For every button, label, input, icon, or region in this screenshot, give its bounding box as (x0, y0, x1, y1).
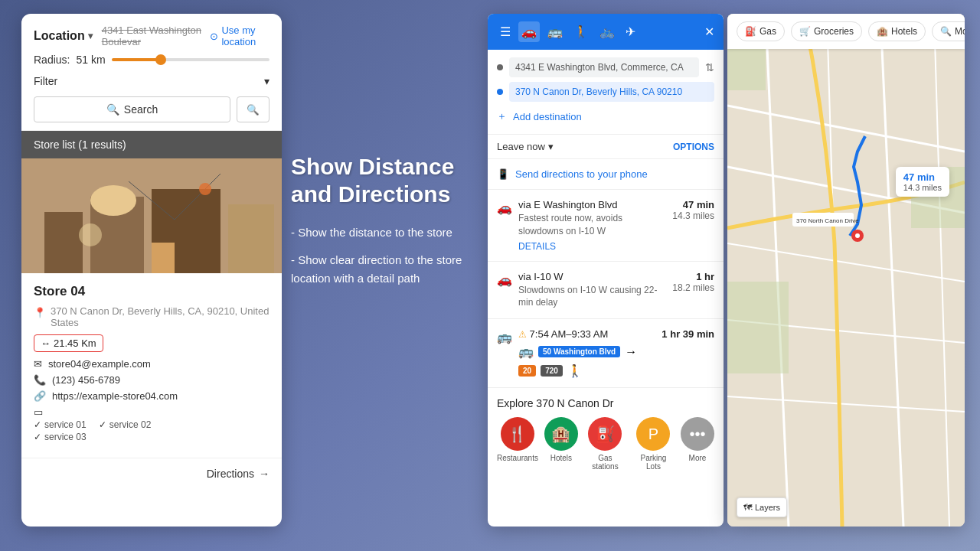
phone-value: (123) 456-6789 (52, 374, 120, 386)
map-info-box: 47 min 14.3 miles (896, 167, 949, 197)
search-icon-button[interactable]: 🔍 (237, 96, 270, 122)
explore-gas[interactable]: ⛽ Gas stations (584, 417, 626, 471)
gas-label: Gas stations (584, 454, 626, 471)
close-button[interactable]: ✕ (704, 24, 714, 39)
use-location-button[interactable]: ⊙ Use my location (210, 24, 270, 47)
layers-button[interactable]: 🗺 Layers (737, 497, 787, 517)
directions-bike-button[interactable]: 🚲 (596, 21, 618, 42)
store-address: 📍 370 N Canon Dr, Beverly Hills, CA, 902… (34, 305, 270, 328)
check-icon-3: ✓ (34, 432, 41, 442)
svg-rect-6 (228, 204, 274, 273)
route-item-1: 🚗 via E Washington Blvd Fastest route no… (488, 190, 724, 262)
service-01-label: service 01 (44, 419, 87, 430)
route-details-button-1[interactable]: DETAILS (518, 241, 666, 252)
directions-transit-button[interactable]: 🚌 (544, 21, 566, 42)
explore-icons: 🍴 Restaurants 🏨 Hotels ⛽ Gas stations P … (497, 417, 714, 471)
restaurants-label: Restaurants (497, 454, 538, 462)
route-info-1: via E Washington Blvd Fastest route now,… (518, 199, 666, 252)
maps-toolbar: Leave now ▾ OPTIONS (488, 135, 724, 159)
transit-badge-1: 50 Washington Blvd (538, 346, 620, 357)
send-directions-button[interactable]: 📱 Send directions to your phone (488, 159, 724, 190)
hotels-icon: 🏨 (544, 417, 578, 451)
bus-icon: 🚌 (497, 330, 512, 344)
groceries-chip[interactable]: 🛒 Groceries (791, 21, 862, 41)
directions-walk-button[interactable]: 🚶 (570, 21, 592, 42)
store-image-inner (21, 158, 282, 273)
directions-button[interactable]: Directions → (21, 458, 282, 489)
store-email: ✉ store04@example.com (34, 358, 270, 370)
service-02: ✓ service 02 (99, 419, 152, 430)
route-distance-1: 14.3 miles (672, 210, 714, 221)
origin-dot (497, 64, 503, 70)
route-transit: 🚌 50 Washington Blvd → 20 720 🚶 (518, 344, 655, 378)
more-label: More (689, 454, 707, 462)
directions-flight-button[interactable]: ✈ (622, 21, 639, 42)
explore-restaurants[interactable]: 🍴 Restaurants (497, 417, 538, 471)
add-destination-label: Add destination (513, 111, 582, 122)
store-distance-badge: ↔ 21.45 Km (34, 334, 103, 352)
map-svg: 370 North Canon Drive (727, 14, 965, 527)
phone-send-icon: 📱 (497, 168, 509, 180)
service-02-label: service 02 (109, 419, 152, 430)
route-time-2: 1 hr (672, 271, 714, 282)
hotels-chip[interactable]: 🏨 Hotels (868, 21, 926, 41)
gas-chip-icon: ⛽ (745, 26, 756, 37)
transit-badge-3: 720 (541, 365, 563, 377)
swap-button[interactable]: ⇅ (705, 61, 714, 73)
destination-input[interactable]: 370 N Canon Dr, Beverly Hills, CA 90210 (509, 82, 714, 102)
location-label: Location (34, 29, 85, 43)
search-label: Search (124, 103, 158, 116)
radius-slider[interactable] (112, 58, 270, 61)
explore-hotels[interactable]: 🏨 Hotels (544, 417, 578, 471)
hotels-chip-label: Hotels (891, 26, 917, 37)
add-destination-button[interactable]: ＋ Add destination (497, 106, 714, 126)
svg-point-7 (79, 223, 102, 246)
route-info-2: via I-10 W Slowdowns on I-10 W causing 2… (518, 271, 666, 310)
route-name-2: via I-10 W (518, 271, 666, 282)
gas-chip[interactable]: ⛽ Gas (737, 21, 785, 41)
route-desc-1: Fastest route now, avoids slowdowns on I… (518, 212, 666, 238)
svg-point-10 (199, 183, 211, 195)
filter-dropdown[interactable]: Filter ▾ (34, 69, 270, 90)
center-subtitle: - Show the distance to the store - Show … (291, 223, 486, 288)
store-name: Store 04 (34, 284, 270, 299)
arrow-right-icon: → (259, 468, 270, 480)
route-name-3: ⚠ 7:54 AM–9:33 AM (518, 328, 655, 340)
route-name-1: via E Washington Blvd (518, 199, 666, 210)
options-button[interactable]: OPTIONS (673, 142, 714, 152)
store-list-header: Store list (1 results) (21, 131, 282, 158)
explore-more[interactable]: ••• More (681, 417, 714, 471)
store-services: ▭ ✓ service 01 ✓ service 02 ✓ service 03 (34, 406, 270, 442)
gas-icon: ⛽ (588, 417, 622, 451)
center-title: Show Distance and Directions (291, 153, 486, 208)
more-chip[interactable]: 🔍 More (932, 21, 965, 41)
map-background: 370 North Canon Drive ⛽ Gas 🛒 Groceries … (727, 14, 965, 527)
search-button[interactable]: 🔍 Search (34, 96, 230, 122)
search-icon: 🔍 (106, 103, 119, 116)
location-dropdown[interactable]: Location ▾ (34, 29, 93, 43)
explore-parking[interactable]: P Parking Lots (632, 417, 675, 471)
subtitle-line-1: - Show the distance to the store (291, 223, 486, 242)
services-row-1: ✓ service 01 ✓ service 02 (34, 419, 151, 430)
car-icon-2: 🚗 (497, 272, 512, 287)
origin-input[interactable]: 4341 E Washington Blvd, Commerce, CA (509, 57, 699, 77)
directions-car-button[interactable]: 🚗 (518, 21, 540, 42)
check-icon: ✓ (34, 419, 41, 430)
directions-label: Directions (207, 468, 254, 480)
location-row: Location ▾ 4341 East Washington Boulevar… (34, 24, 270, 47)
layers-label: Layers (755, 503, 780, 512)
route-info-3: ⚠ 7:54 AM–9:33 AM 🚌 50 Washington Blvd →… (518, 328, 655, 378)
radius-slider-thumb[interactable] (155, 54, 166, 65)
url-value: https://example-store04.com (52, 390, 178, 402)
svg-rect-24 (727, 282, 789, 373)
link-icon: 🔗 (34, 390, 46, 402)
origin-row: 4341 E Washington Blvd, Commerce, CA ⇅ (497, 57, 714, 77)
store-info: Store 04 📍 370 N Canon Dr, Beverly Hills… (21, 273, 282, 458)
maps-inputs: 4341 E Washington Blvd, Commerce, CA ⇅ 3… (488, 50, 724, 135)
filter-chevron-icon: ▾ (264, 75, 270, 87)
leave-now-button[interactable]: Leave now ▾ (497, 141, 554, 152)
center-text-block: Show Distance and Directions - Show the … (291, 153, 486, 297)
menu-button[interactable]: ☰ (497, 21, 514, 42)
route-header-2: 🚗 via I-10 W Slowdowns on I-10 W causing… (497, 271, 714, 310)
check-icon-2: ✓ (99, 419, 106, 430)
